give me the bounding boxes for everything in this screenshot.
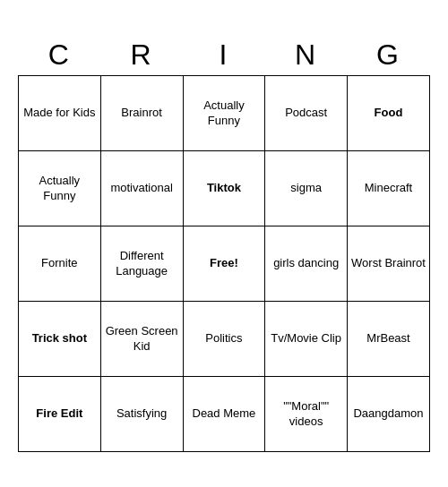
bingo-cell: Worst Brainrot (348, 226, 430, 302)
bingo-row: ForniteDifferent LanguageFree!girls danc… (19, 226, 430, 302)
bingo-cell: MrBeast (348, 302, 430, 377)
bingo-cell: Trick shot (19, 302, 101, 377)
bingo-cell: Tiktok (183, 151, 265, 226)
header-letter: G (348, 35, 430, 76)
bingo-cell: Brainrot (100, 76, 183, 151)
bingo-cell: Daangdamon (348, 377, 430, 452)
bingo-cell: Actually Funny (183, 76, 265, 151)
header-letter: N (265, 35, 348, 76)
bingo-card: CRING Made for KidsBrainrotActually Funn… (18, 35, 430, 452)
bingo-cell: ""Moral"" videos (265, 377, 348, 452)
header-letter: C (19, 35, 101, 76)
header-row: CRING (19, 35, 430, 76)
bingo-cell: girls dancing (265, 226, 348, 302)
bingo-cell: Free! (183, 226, 265, 302)
bingo-row: Actually FunnymotivationalTiktoksigmaMin… (19, 151, 430, 226)
bingo-cell: Fornite (19, 226, 101, 302)
bingo-row: Made for KidsBrainrotActually FunnyPodca… (19, 76, 430, 151)
bingo-cell: motivational (100, 151, 183, 226)
header-letter: R (100, 35, 183, 76)
bingo-cell: Green Screen Kid (100, 302, 183, 377)
bingo-cell: Made for Kids (19, 76, 101, 151)
bingo-cell: Different Language (100, 226, 183, 302)
bingo-cell: Dead Meme (183, 377, 265, 452)
bingo-cell: Minecraft (348, 151, 430, 226)
header-letter: I (183, 35, 265, 76)
bingo-cell: Politics (183, 302, 265, 377)
bingo-cell: sigma (265, 151, 348, 226)
bingo-row: Trick shotGreen Screen KidPoliticsTv/Mov… (19, 302, 430, 377)
bingo-cell: Podcast (265, 76, 348, 151)
bingo-row: Fire EditSatisfyingDead Meme""Moral"" vi… (19, 377, 430, 452)
bingo-cell: Actually Funny (19, 151, 101, 226)
bingo-cell: Tv/Movie Clip (265, 302, 348, 377)
bingo-cell: Fire Edit (19, 377, 101, 452)
bingo-cell: Food (348, 76, 430, 151)
bingo-cell: Satisfying (100, 377, 183, 452)
